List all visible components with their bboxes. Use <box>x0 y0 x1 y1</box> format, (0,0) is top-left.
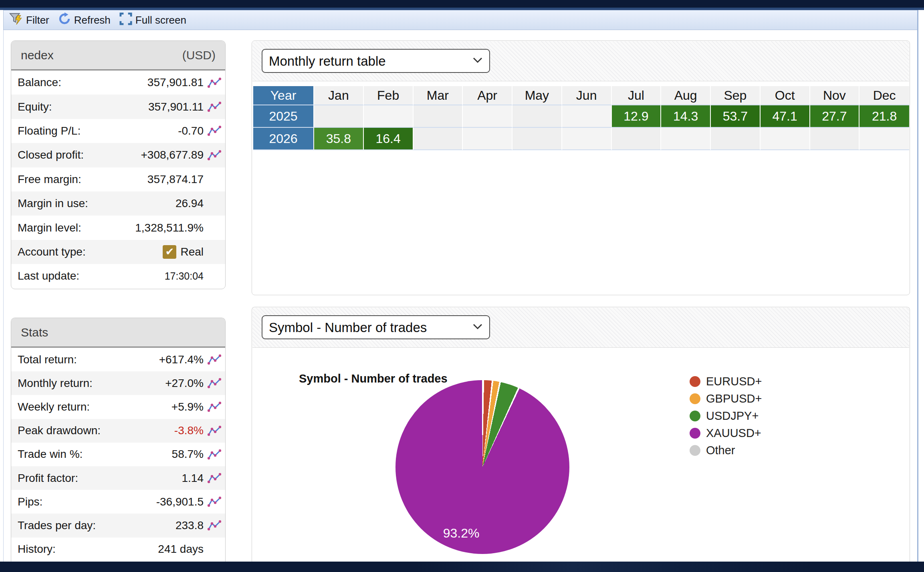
chart-icon[interactable] <box>204 77 221 88</box>
row-value: +617.4% <box>159 353 204 366</box>
row-label: Monthly return: <box>18 377 93 390</box>
chart-icon[interactable] <box>204 473 221 483</box>
month-return-cell <box>661 128 711 150</box>
table-row: 202512.914.353.747.127.721.8 <box>253 105 909 128</box>
fullscreen-label: Full screen <box>135 14 186 26</box>
row-value: 58.7% <box>172 448 204 461</box>
row-value: 357,874.17 <box>147 173 204 186</box>
row-label: Profit factor: <box>18 472 78 485</box>
table-row: 202635.816.4 <box>253 128 909 150</box>
monthly-return-table: YearJanFebMarAprMayJunJulAugSepOctNovDec… <box>253 86 909 150</box>
filter-button[interactable]: Filter <box>9 12 49 28</box>
legend-label: XAUUSD+ <box>706 427 761 440</box>
top-navy-bar <box>0 0 924 8</box>
pie-legend: EURUSD+GBPUSD+USDJPY+XAUUSD+Other <box>690 375 762 457</box>
stat-row: Margin level:1,328,511.9% <box>11 216 225 240</box>
stat-row: Weekly return:+5.9% <box>11 395 225 419</box>
stat-row: Margin in use:26.94 <box>11 191 225 216</box>
stats-panel: Stats Total return:+617.4%Monthly return… <box>11 318 226 563</box>
pie-slice-percentage-label: 93.2% <box>443 526 480 540</box>
month-column-header: May <box>512 86 562 105</box>
row-value: ✔Real <box>163 245 204 259</box>
month-return-cell: 53.7 <box>711 105 761 128</box>
stat-row: Profit factor:1.14 <box>11 466 225 490</box>
stat-row: Free margin:357,874.17 <box>11 167 225 191</box>
month-column-header: Jan <box>314 86 364 105</box>
row-label: History: <box>18 543 56 556</box>
stat-row: Closed profit:+308,677.89 <box>11 143 225 167</box>
chart-icon[interactable] <box>204 354 221 365</box>
month-column-header: Feb <box>364 86 414 105</box>
legend-label: Other <box>706 444 735 457</box>
legend-item: GBPUSD+ <box>690 392 762 405</box>
chart-icon[interactable] <box>204 378 221 389</box>
month-column-header: Apr <box>463 86 512 105</box>
account-name: nedex <box>21 48 54 62</box>
month-return-cell <box>512 105 562 128</box>
row-label: Trade win %: <box>18 448 83 461</box>
pie-view-select[interactable]: Symbol - Number of trades <box>262 315 490 339</box>
refresh-button[interactable]: Refresh <box>58 12 111 28</box>
row-label: Floating P/L: <box>18 125 81 137</box>
page-left-border <box>3 30 4 562</box>
month-return-cell <box>512 128 562 150</box>
chart-icon[interactable] <box>204 125 221 136</box>
row-label: Equity: <box>18 101 52 113</box>
monthly-view-select-wrap: Monthly return table <box>262 49 490 73</box>
row-label: Weekly return: <box>18 401 90 413</box>
row-label: Margin in use: <box>18 197 88 210</box>
row-value: -3.8% <box>174 424 204 437</box>
month-return-cell: 35.8 <box>314 128 364 150</box>
chart-icon[interactable] <box>204 425 221 436</box>
checked-checkbox-icon: ✔ <box>163 245 176 259</box>
stat-row: Pips:-36,901.5 <box>11 490 225 514</box>
row-label: Peak drawdown: <box>18 424 101 437</box>
row-value: 1.14 <box>182 472 204 485</box>
stat-row: Trade win %:58.7% <box>11 443 225 466</box>
year-cell: 2025 <box>253 105 314 128</box>
row-label: Closed profit: <box>18 149 84 161</box>
month-return-cell: 27.7 <box>810 105 860 128</box>
legend-label: USDJPY+ <box>706 409 759 423</box>
bottom-navy-bar <box>0 562 924 572</box>
row-label: Account type: <box>18 246 86 258</box>
row-value: 17:30:04 <box>165 270 204 282</box>
month-column-header: Jun <box>562 86 612 105</box>
chart-icon[interactable] <box>204 401 221 412</box>
month-return-cell: 16.4 <box>364 128 414 150</box>
row-value: 233.8 <box>176 519 204 532</box>
chart-icon[interactable] <box>204 496 221 507</box>
legend-color-dot <box>690 393 700 404</box>
page-right-border <box>917 10 918 562</box>
row-label: Free margin: <box>18 173 81 186</box>
filter-funnel-icon <box>9 12 23 28</box>
stat-row: Last update:17:30:04 <box>11 264 225 288</box>
month-return-cell: 21.8 <box>859 105 909 128</box>
account-panel: nedex (USD) Balance:357,901.81Equity:357… <box>11 40 226 289</box>
fullscreen-button[interactable]: Full screen <box>119 12 186 28</box>
chart-icon[interactable] <box>204 150 221 161</box>
month-column-header: Oct <box>761 86 810 105</box>
chart-icon[interactable] <box>204 520 221 531</box>
month-column-header: Jul <box>612 86 662 105</box>
stats-rows: Total return:+617.4%Monthly return:+27.0… <box>11 348 225 561</box>
monthly-view-select[interactable]: Monthly return table <box>262 49 490 73</box>
row-value: 241 days <box>158 543 204 556</box>
toolbar: Filter Refresh Full screen <box>3 10 918 30</box>
month-return-cell <box>314 105 364 128</box>
pie-chart-title: Symbol - Number of trades <box>299 372 448 385</box>
legend-color-dot <box>690 411 700 421</box>
month-return-cell <box>859 128 909 150</box>
stat-row: Total return:+617.4% <box>11 348 225 371</box>
filter-label: Filter <box>26 14 49 26</box>
stats-title: Stats <box>21 326 48 339</box>
legend-item: XAUUSD+ <box>690 426 762 440</box>
chart-icon[interactable] <box>204 101 221 112</box>
month-return-cell <box>810 128 860 150</box>
year-cell: 2026 <box>253 128 314 150</box>
stat-row: Equity:357,901.11 <box>11 95 225 119</box>
symbol-trades-panel: Symbol - Number of trades Symbol - Numbe… <box>252 307 910 572</box>
month-column-header: Sep <box>711 86 761 105</box>
legend-color-dot <box>690 445 700 456</box>
chart-icon[interactable] <box>204 449 221 460</box>
